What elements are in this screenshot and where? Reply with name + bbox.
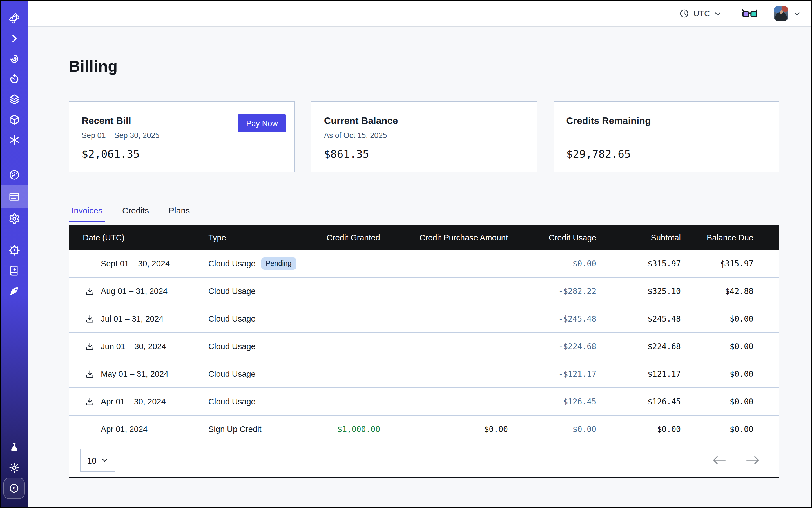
table-row: Jul 01 – 31, 2024 Cloud Usage -$245.48 $… — [69, 305, 779, 333]
table-header: Date (UTC) Type Credit Granted Credit Pu… — [69, 225, 779, 250]
main-content: Billing Recent Bill Sep 01 – Sep 30, 202… — [28, 28, 811, 507]
table-row: Aug 01 – 31, 2024 Cloud Usage -$282.22 $… — [69, 278, 779, 305]
invoice-date: May 01 – 31, 2024 — [101, 370, 168, 378]
credit-usage-value: $0.00 — [508, 425, 596, 434]
asterisk-icon[interactable] — [1, 130, 28, 150]
previous-page-button[interactable] — [712, 456, 726, 465]
card-subtitle — [566, 131, 766, 140]
tab-plans[interactable]: Plans — [166, 206, 193, 222]
billing-tabs: Invoices Credits Plans — [69, 206, 779, 222]
col-balance-due: Balance Due — [681, 233, 754, 242]
history-timer-icon[interactable] — [1, 69, 28, 89]
summary-cards: Recent Bill Sep 01 – Sep 30, 2025 $2,061… — [69, 101, 779, 172]
credit-usage-value: -$282.22 — [508, 287, 596, 296]
insights-spiral-icon[interactable] — [1, 48, 28, 69]
table-row: May 01 – 31, 2024 Cloud Usage -$121.17 $… — [69, 361, 779, 388]
timezone-selector[interactable]: UTC — [679, 8, 721, 18]
credit-usage-value: $0.00 — [508, 259, 596, 268]
card-title: Current Balance — [324, 116, 524, 127]
sidebar-item-usage-gauge-icon[interactable] — [1, 164, 28, 185]
glasses-icon[interactable] — [742, 8, 757, 19]
next-page-button[interactable] — [745, 456, 760, 465]
table-row: Apr 01, 2024 Sign Up Credit $1,000.00 $0… — [69, 416, 779, 443]
col-date: Date (UTC) — [69, 233, 208, 242]
credit-purchase-value: $0.00 — [380, 425, 508, 434]
credits-coin-button[interactable]: $ — [3, 477, 25, 499]
col-credit-usage: Credit Usage — [508, 233, 596, 242]
topbar: UTC — [28, 1, 811, 27]
status-badge: Pending — [261, 257, 296, 270]
tab-invoices[interactable]: Invoices — [69, 206, 105, 222]
download-invoice-button[interactable] — [85, 369, 95, 379]
balance-due-value: $0.00 — [681, 370, 754, 378]
subtotal-value: $126.45 — [596, 397, 681, 406]
sidebar-item-settings-gear-icon[interactable] — [1, 208, 28, 229]
subtotal-value: $315.97 — [596, 259, 681, 268]
chevron-down-icon — [102, 457, 109, 464]
pagination — [712, 456, 760, 465]
credit-usage-value: -$126.45 — [508, 397, 596, 406]
invoice-type: Cloud Usage — [208, 370, 256, 378]
billing-app: $ UTC — [0, 0, 812, 508]
download-invoice-button[interactable] — [85, 397, 95, 406]
invoice-type: Sign Up Credit — [208, 425, 262, 434]
sidebar-divider — [1, 234, 28, 234]
sidebar-divider — [1, 159, 28, 159]
pay-now-button[interactable]: Pay Now — [238, 114, 286, 132]
user-avatar[interactable] — [774, 6, 788, 21]
current-balance-amount: $861.35 — [324, 147, 524, 160]
balance-due-value: $0.00 — [681, 314, 754, 323]
sidebar-item-quickstart-rocket-icon[interactable] — [1, 281, 28, 301]
page-title: Billing — [69, 57, 779, 76]
chevron-down-icon — [714, 10, 721, 17]
tab-credits[interactable]: Credits — [119, 206, 152, 222]
clock-icon — [679, 8, 689, 18]
invoice-date: Aug 01 – 31, 2024 — [101, 287, 168, 296]
invoice-type: Cloud Usage — [208, 342, 256, 351]
card-subtitle: As of Oct 15, 2025 — [324, 131, 524, 140]
card-title: Credits Remaining — [566, 116, 766, 127]
subtotal-value: $121.17 — [596, 370, 681, 378]
credit-usage-value: -$224.68 — [508, 342, 596, 351]
invoice-type: Cloud Usage — [208, 259, 256, 268]
invoice-type: Cloud Usage — [208, 287, 256, 296]
invoice-date: Sept 01 – 30, 2024 — [101, 259, 170, 268]
card-subtitle: Sep 01 – Sep 30, 2025 — [82, 131, 282, 140]
svg-text:$: $ — [12, 485, 15, 492]
subtotal-value: $325.10 — [596, 287, 681, 296]
layers-icon[interactable] — [1, 89, 28, 109]
col-type: Type — [208, 233, 298, 242]
sidebar-item-docs-book-icon[interactable] — [1, 260, 28, 281]
download-invoice-button[interactable] — [85, 342, 95, 351]
timezone-label: UTC — [693, 9, 710, 18]
table-row: Jun 01 – 30, 2024 Cloud Usage -$224.68 $… — [69, 333, 779, 361]
invoice-date: Apr 01, 2024 — [101, 425, 147, 434]
table-row: Apr 01 – 30, 2024 Cloud Usage -$126.45 $… — [69, 388, 779, 416]
balance-due-value: $0.00 — [681, 342, 754, 351]
page-size-value: 10 — [87, 455, 96, 465]
col-credit-purchase: Credit Purchase Amount — [380, 233, 508, 242]
download-invoice-button[interactable] — [85, 314, 95, 324]
credit-usage-value: -$245.48 — [508, 314, 596, 323]
invoice-date: Jul 01 – 31, 2024 — [101, 314, 164, 323]
invoice-table-body: Sept 01 – 30, 2024 Cloud Usage Pending $… — [69, 250, 779, 443]
invoices-table: Date (UTC) Type Credit Granted Credit Pu… — [69, 225, 779, 477]
recent-bill-amount: $2,061.35 — [82, 147, 282, 160]
user-menu-chevron-icon[interactable] — [794, 10, 801, 17]
labs-flask-icon[interactable] — [1, 437, 28, 457]
logo-orbit-icon[interactable] — [1, 8, 28, 28]
balance-due-value: $42.88 — [681, 287, 754, 296]
theme-sun-icon[interactable] — [1, 457, 28, 477]
sidebar-item-support-helm-icon[interactable] — [1, 240, 28, 260]
table-row: Sept 01 – 30, 2024 Cloud Usage Pending $… — [69, 250, 779, 278]
package-cube-icon[interactable] — [1, 109, 28, 130]
invoice-type: Cloud Usage — [208, 397, 256, 406]
col-subtotal: Subtotal — [596, 233, 681, 242]
download-invoice-button[interactable] — [85, 286, 95, 296]
sidebar-item-billing-card-icon[interactable] — [1, 185, 28, 208]
expand-sidebar-chevron-icon[interactable] — [1, 28, 28, 48]
col-credit-granted: Credit Granted — [298, 233, 380, 242]
page-size-select[interactable]: 10 — [80, 449, 116, 472]
subtotal-value: $245.48 — [596, 314, 681, 323]
credits-remaining-amount: $29,782.65 — [566, 147, 766, 160]
